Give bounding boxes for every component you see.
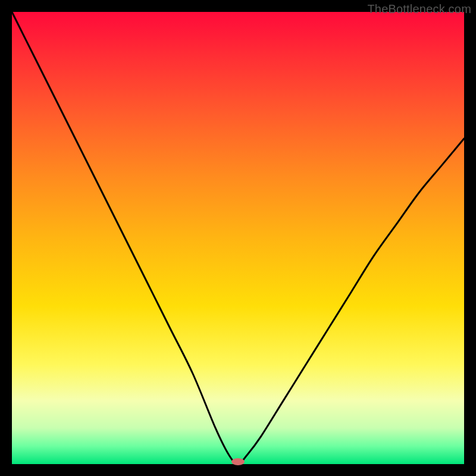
plot-area bbox=[12, 12, 464, 464]
watermark-text: TheBottleneck.com bbox=[367, 2, 471, 16]
bottleneck-curve-svg bbox=[12, 12, 464, 464]
optimum-marker bbox=[231, 458, 245, 465]
chart-frame: TheBottleneck.com bbox=[0, 0, 476, 476]
bottleneck-curve-path bbox=[12, 12, 464, 464]
